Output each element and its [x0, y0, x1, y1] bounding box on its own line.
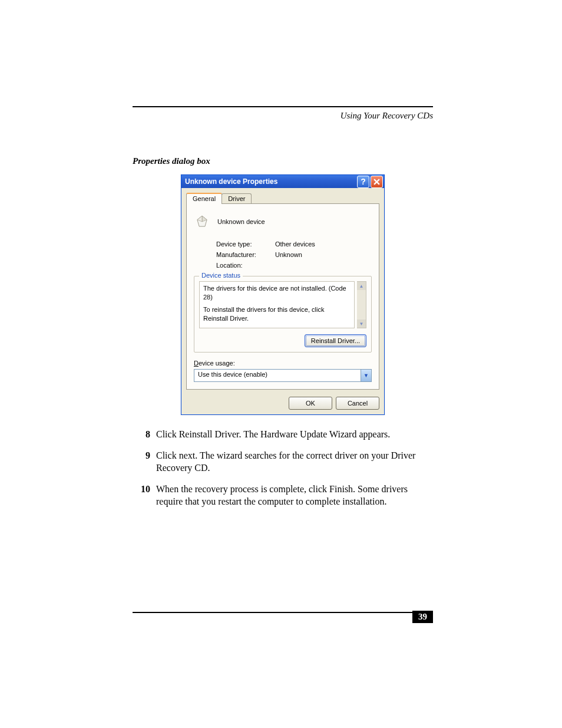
device-status-legend: Device status: [199, 272, 243, 279]
status-line-2: To reinstall the drivers for this device…: [203, 305, 351, 323]
dialog-title: Unknown device Properties: [185, 177, 356, 186]
device-status-fieldset: Device status The drivers for this devic…: [194, 276, 372, 353]
tab-pane-general: Unknown device Device type: Other device…: [186, 204, 379, 390]
device-icon: [194, 213, 210, 230]
status-line-1: The drivers for this device are not inst…: [203, 284, 351, 302]
figure-caption: Properties dialog box: [133, 156, 433, 166]
device-usage-label: Device usage:: [194, 360, 372, 367]
ok-button[interactable]: OK: [289, 397, 332, 410]
step-number: 10: [133, 483, 156, 508]
tab-strip: General Driver: [186, 192, 379, 204]
step-text: Click Reinstall Driver. The Hardware Upd…: [156, 428, 433, 441]
cancel-button[interactable]: Cancel: [336, 397, 379, 410]
status-scrollbar[interactable]: ▲ ▼: [357, 281, 366, 328]
bottom-rule: [133, 612, 433, 613]
scroll-up-icon[interactable]: ▲: [357, 282, 366, 290]
footer-area: 39: [133, 612, 433, 613]
step-text: Click next. The wizard searches for the …: [156, 449, 433, 475]
tab-driver[interactable]: Driver: [222, 193, 252, 203]
location-label: Location:: [216, 262, 275, 269]
chevron-down-icon[interactable]: ▼: [361, 370, 371, 381]
step-9: 9 Click next. The wizard searches for th…: [133, 449, 433, 475]
step-text: When the recovery process is complete, c…: [156, 483, 433, 508]
device-name: Unknown device: [217, 218, 265, 225]
page-number: 39: [412, 611, 433, 623]
manufacturer-value: Unknown: [275, 251, 302, 258]
device-usage-dropdown[interactable]: Use this device (enable) ▼: [194, 369, 372, 382]
help-icon: ?: [361, 177, 366, 186]
device-info: Device type: Other devices Manufacturer:…: [216, 241, 372, 269]
dialog-footer: OK Cancel: [186, 397, 379, 410]
dialog-body: General Driver Unknown device: [181, 188, 384, 414]
device-status-text: The drivers for this device are not inst…: [199, 281, 355, 328]
reinstall-driver-button[interactable]: Reinstall Driver...: [305, 334, 366, 347]
step-10: 10 When the recovery process is complete…: [133, 483, 433, 508]
instruction-steps: 8 Click Reinstall Driver. The Hardware U…: [133, 428, 433, 508]
page-content: Using Your Recovery CDs Properties dialo…: [133, 106, 433, 516]
close-icon: [373, 179, 380, 185]
manufacturer-label: Manufacturer:: [216, 251, 275, 258]
step-8: 8 Click Reinstall Driver. The Hardware U…: [133, 428, 433, 441]
device-header: Unknown device: [194, 211, 372, 230]
help-button[interactable]: ?: [357, 176, 369, 188]
top-rule: [133, 106, 433, 107]
device-usage-value: Use this device (enable): [194, 370, 361, 381]
device-type-value: Other devices: [275, 241, 315, 248]
figure-wrapper: Unknown device Properties ? General Driv…: [133, 174, 433, 415]
section-title: Using Your Recovery CDs: [133, 111, 433, 121]
tab-general[interactable]: General: [186, 193, 222, 204]
properties-dialog: Unknown device Properties ? General Driv…: [181, 174, 385, 415]
close-button[interactable]: [371, 176, 383, 188]
step-number: 9: [133, 449, 156, 475]
scroll-down-icon[interactable]: ▼: [357, 319, 366, 328]
step-number: 8: [133, 428, 156, 441]
dialog-titlebar: Unknown device Properties ?: [181, 175, 384, 188]
device-type-label: Device type:: [216, 241, 275, 248]
